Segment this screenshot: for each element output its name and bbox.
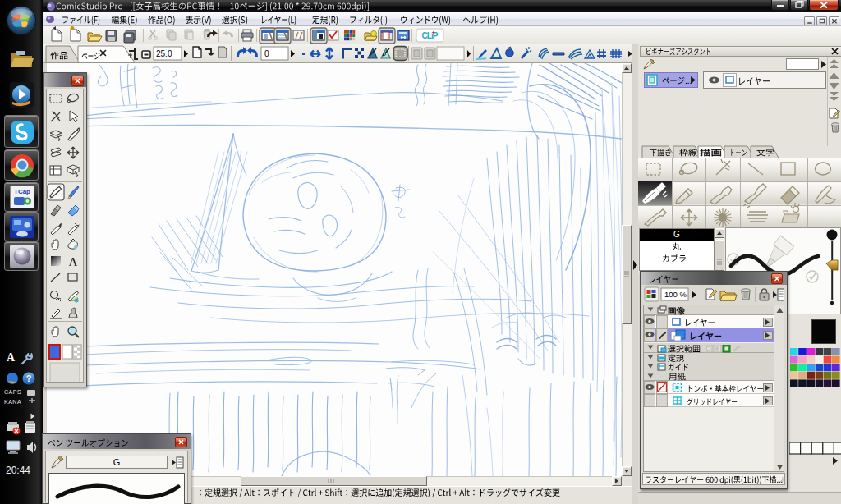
svg-text:CLiP: CLiP — [422, 31, 439, 40]
svg-text:?: ? — [26, 373, 32, 383]
svg-text:0: 0 — [264, 49, 269, 58]
svg-text:25.0: 25.0 — [156, 49, 172, 58]
svg-text:A: A — [69, 255, 78, 268]
svg-text:100 %: 100 % — [664, 290, 687, 299]
